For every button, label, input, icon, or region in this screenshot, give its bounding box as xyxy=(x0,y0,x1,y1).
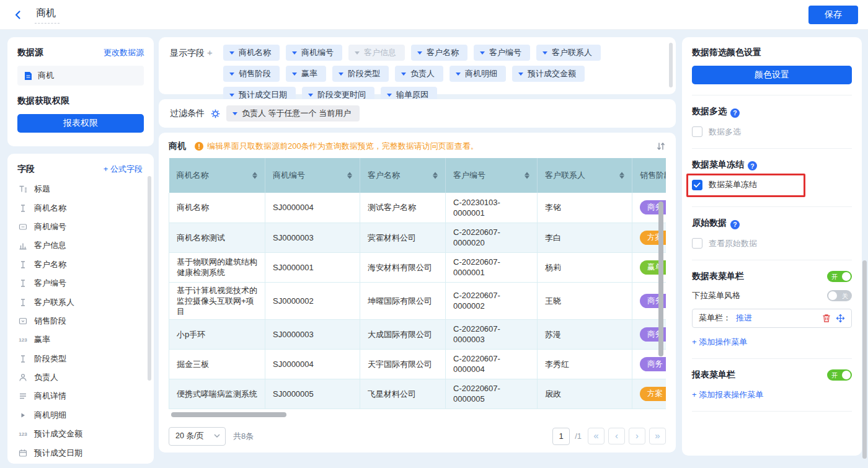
stage-cell: 方案 xyxy=(632,379,666,408)
page-size-select[interactable]: 20 条/页 xyxy=(169,427,226,446)
field-item[interactable]: 商机名称 xyxy=(17,198,148,217)
chevron-down-icon xyxy=(229,73,234,76)
display-field-chip[interactable]: 客户名称 xyxy=(411,45,467,61)
page-title[interactable]: 商机 xyxy=(35,6,60,24)
table-cell: 掘金三板 xyxy=(169,349,265,379)
raw-data-checkbox-row[interactable]: 查看原始数据 xyxy=(692,238,852,249)
table-row[interactable]: 小p手环SJ0000003大成国际有限公司C-20220607-0000003苏… xyxy=(169,319,666,349)
display-field-chip[interactable]: 商机编号 xyxy=(286,45,342,61)
prev-page-button[interactable]: ‹ xyxy=(608,428,625,444)
table-row[interactable]: 商机名称SJ0000004测试客户名称C-20230103-0000001李铭商… xyxy=(169,193,666,223)
next-page-button[interactable]: › xyxy=(629,428,645,444)
field-item[interactable]: 阶段类型 xyxy=(17,350,148,368)
back-icon[interactable] xyxy=(10,7,26,23)
filter-label: 过滤条件 xyxy=(170,108,205,119)
column-header[interactable]: 客户联系人 xyxy=(538,158,632,193)
field-item[interactable]: 负责人 xyxy=(17,368,148,387)
select-icon xyxy=(17,317,29,325)
table-vertical-scrollbar[interactable] xyxy=(658,201,663,356)
display-field-chip[interactable]: 商机明细 xyxy=(450,66,506,82)
display-field-chip[interactable]: 客户编号 xyxy=(474,45,530,61)
add-report-action-menu-link[interactable]: + 添加报表操作菜单 xyxy=(692,389,852,400)
report-menu-toggle[interactable]: 开 xyxy=(827,369,852,381)
display-field-chip[interactable]: 销售阶段 xyxy=(223,66,280,82)
column-header[interactable]: 销售阶段 xyxy=(632,158,666,193)
save-button[interactable]: 保存 xyxy=(808,6,858,24)
display-field-chip[interactable]: 预计成交金额 xyxy=(512,66,585,82)
display-field-chip[interactable]: 赢率 xyxy=(286,66,326,82)
display-field-chip[interactable]: 阶段类型 xyxy=(332,66,389,82)
table-menu-toggle[interactable]: 开 xyxy=(827,271,852,282)
display-fields-label: 显示字段+ xyxy=(170,45,223,87)
multi-select-checkbox-row[interactable]: 数据多选 xyxy=(692,126,852,138)
first-page-button[interactable]: « xyxy=(588,428,604,444)
chip-label: 销售阶段 xyxy=(239,68,271,79)
menu-freeze-checkbox-row[interactable]: 数据菜单冻结 xyxy=(692,179,852,190)
sort-order-icon[interactable] xyxy=(656,141,666,151)
table-row[interactable]: 掘金三板SJ0000004天宇国际有限公司C-20220607-0000004李… xyxy=(169,349,666,379)
window-scrollbar[interactable] xyxy=(862,260,867,459)
add-formula-field-link[interactable]: + 公式字段 xyxy=(104,164,143,175)
chip-label: 客户编号 xyxy=(489,47,521,58)
menu-freeze-checkbox[interactable] xyxy=(692,180,702,190)
report-menu-title: 报表菜单栏 xyxy=(692,369,735,381)
help-icon[interactable]: ? xyxy=(730,108,740,118)
table-row[interactable]: 便携式哮喘病监测系统SJ0000005飞星材料公司C-20220607-0000… xyxy=(169,379,666,408)
field-item[interactable]: 商机明细 xyxy=(17,406,148,425)
column-header[interactable]: 客户名称 xyxy=(360,158,446,193)
multi-select-title: 数据多选? xyxy=(692,106,852,118)
column-header[interactable]: 商机名称 xyxy=(169,158,265,193)
field-item[interactable]: 销售阶段 xyxy=(17,312,148,330)
color-settings-button[interactable]: 颜色设置 xyxy=(692,66,852,84)
menu-item-value[interactable]: 推进 xyxy=(736,312,752,324)
sort-icon[interactable] xyxy=(252,172,257,179)
field-item[interactable]: 客户编号 xyxy=(17,274,148,293)
field-item[interactable]: 预计成交日期 xyxy=(17,443,148,462)
field-item[interactable]: 客户联系人 xyxy=(17,293,148,311)
help-icon[interactable]: ? xyxy=(748,161,757,170)
multi-select-checkbox[interactable] xyxy=(692,126,702,137)
display-field-chip[interactable]: 负责人 xyxy=(395,66,443,82)
field-item[interactable]: 123赢率 xyxy=(17,330,148,349)
column-header[interactable]: 客户编号 xyxy=(446,158,538,193)
field-item[interactable]: 商机详情 xyxy=(17,387,148,405)
field-item[interactable]: 123预计成交金额 xyxy=(17,425,148,443)
sort-icon[interactable] xyxy=(433,172,438,179)
field-item[interactable]: 客户名称 xyxy=(17,255,148,274)
filter-condition-chip[interactable]: 负责人 等于任意一个 当前用户 xyxy=(226,105,360,121)
display-field-chip[interactable]: 商机名称 xyxy=(223,45,280,61)
sort-icon[interactable] xyxy=(525,172,529,179)
menu-freeze-title: 数据菜单冻结? xyxy=(692,159,852,171)
column-header[interactable]: 商机编号 xyxy=(265,158,360,193)
fields-scrollbar[interactable] xyxy=(148,176,151,381)
report-permission-button[interactable]: 报表权限 xyxy=(17,114,144,133)
filter-gear-icon[interactable] xyxy=(211,109,220,118)
table-cell: SJ0000002 xyxy=(265,282,360,319)
display-field-chip[interactable]: 客户联系人 xyxy=(536,45,601,61)
last-page-button[interactable]: » xyxy=(649,428,666,444)
table-horizontal-scrollbar[interactable] xyxy=(171,412,286,417)
dropdown-style-toggle[interactable]: 关 xyxy=(827,290,852,301)
table-row[interactable]: 商机名称测试SJ0000003蓂霍材料公司C-20220607-0000020李… xyxy=(169,223,666,252)
help-icon[interactable]: ? xyxy=(730,220,740,229)
field-label: 商机名称 xyxy=(34,203,66,214)
add-action-menu-link[interactable]: + 添加操作菜单 xyxy=(692,337,852,348)
current-page-input[interactable]: 1 xyxy=(552,428,570,445)
datasource-item[interactable]: 商机 xyxy=(17,66,144,86)
table-row[interactable]: 基于物联网的建筑结构健康检测系统SJ0000001海安材料有限公司C-20220… xyxy=(169,252,666,282)
field-item[interactable]: 标题 xyxy=(17,180,148,198)
sort-icon[interactable] xyxy=(619,172,624,179)
add-display-field-button[interactable]: + xyxy=(207,47,213,58)
table-row[interactable]: 基于计算机视觉技术的监控摄像头互联网+项目SJ0000002坤曜国际有限公司C-… xyxy=(169,282,666,319)
text-icon xyxy=(17,298,29,307)
field-item[interactable]: 客户信息 xyxy=(17,236,148,255)
display-chips: 商机名称商机编号客户信息客户名称客户编号客户联系人销售阶段赢率阶段类型负责人商机… xyxy=(223,45,665,87)
menu-item-row[interactable]: 菜单栏： 推进 xyxy=(692,309,852,328)
move-icon[interactable] xyxy=(836,314,845,323)
delete-icon[interactable] xyxy=(822,314,831,323)
sort-icon[interactable] xyxy=(347,172,352,179)
change-datasource-link[interactable]: 更改数据源 xyxy=(104,47,144,58)
field-item[interactable]: 商机编号 xyxy=(17,218,148,236)
raw-data-checkbox[interactable] xyxy=(692,238,702,249)
chips-scrollbar[interactable] xyxy=(669,43,673,87)
